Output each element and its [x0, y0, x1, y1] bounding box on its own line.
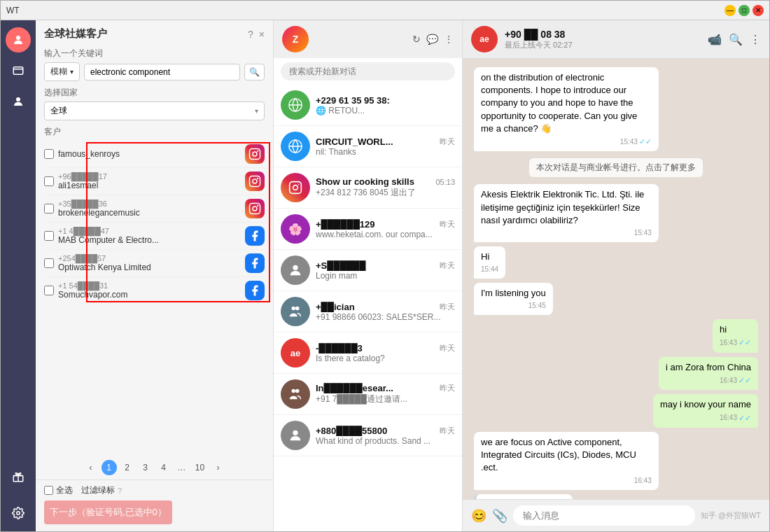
window-controls: — □ ✕ [724, 5, 764, 16]
chat-item-body: +S██████昨天Login mam [316, 260, 455, 281]
client-name: Somuchvapor.com [58, 290, 241, 300]
chat-list-item[interactable]: ae-██████3昨天Is there a catalog? [274, 332, 462, 374]
chat-more-icon[interactable]: ⋮ [750, 33, 761, 46]
next-page-btn[interactable]: › [211, 460, 226, 475]
chat-list-item[interactable]: Show ur cooking skills05:13+234 812 736 … [274, 167, 462, 209]
page-1-btn[interactable]: 1 [102, 460, 117, 475]
chat-item-time: 昨天 [440, 343, 455, 354]
chat-list-item[interactable]: CIRCUIT_WORL...昨天nil: Thanks [274, 126, 462, 167]
select-all-checkbox[interactable] [44, 486, 53, 495]
chat-list-item[interactable]: +██ician昨天+91 98866 06023: SALES*SER... [274, 291, 462, 332]
sidebar-btn-card[interactable] [6, 58, 31, 83]
client-checkbox[interactable] [44, 204, 54, 214]
panel-title: 全球社媒客户 [44, 27, 107, 41]
message-bubble: I'm listening you15:45 [474, 283, 553, 315]
chat-item-preview: +234 812 736 8045 退出了 [316, 187, 455, 199]
sidebar-btn-contacts[interactable] [6, 27, 31, 52]
client-item[interactable]: +254████57Optiwatch Kenya Limited [44, 251, 265, 275]
video-call-icon[interactable]: 📹 [708, 33, 722, 46]
svg-point-22 [293, 265, 298, 270]
page-10-btn[interactable]: 10 [192, 460, 208, 475]
chat-item-time: 昨天 [440, 219, 455, 230]
svg-point-20 [293, 186, 298, 190]
chat-input-bar: 😊 📎 知乎 @外贸狼WT [463, 499, 769, 531]
client-info: +96█████17ali1esmael [58, 172, 241, 190]
client-checkbox[interactable] [44, 286, 54, 295]
search-input[interactable] [84, 64, 240, 80]
chat-list-header: Z ↻ 💬 ⋮ [274, 20, 462, 58]
chat-item-name: +██████129 [316, 219, 375, 230]
chat-item-name: CIRCUIT_WORL... [316, 136, 393, 147]
client-phone: +254████57 [58, 254, 241, 262]
msg-prefix: 您 [482, 498, 566, 499]
svg-point-5 [17, 512, 20, 515]
refresh-icon[interactable]: ↻ [412, 34, 421, 45]
client-checkbox[interactable] [44, 231, 54, 241]
close-panel-icon[interactable]: × [259, 29, 265, 40]
country-select[interactable]: 全球 [44, 102, 265, 120]
chat-item-avatar [281, 90, 310, 120]
help-icon[interactable]: ? [248, 29, 253, 40]
chat-list-item[interactable]: +880████55800昨天What kind of products. Sa… [274, 415, 462, 456]
message-row: 您may i know your nameAdigüzelIs there a … [474, 494, 758, 499]
left-panel: 全球社媒客户 ? × 输入一个关键词 模糊 🔍 选择国家 [36, 20, 274, 531]
chat-item-avatar [281, 132, 310, 161]
page-4-btn[interactable]: 4 [156, 460, 172, 475]
client-item[interactable]: +1 54████31Somuchvapor.com [44, 279, 265, 302]
fuzzy-select[interactable]: 模糊 [44, 62, 80, 81]
main-window: WT — □ ✕ [0, 0, 770, 532]
chat-item-avatar: ae [281, 338, 310, 368]
search-chat-icon[interactable]: 🔍 [729, 33, 743, 46]
sidebar-btn-user[interactable] [6, 89, 31, 114]
more-icon[interactable]: ⋮ [444, 34, 454, 45]
client-item[interactable]: +96█████17ali1esmael [44, 169, 265, 193]
svg-point-11 [257, 178, 258, 179]
chat-item-body: +880████55800昨天What kind of products. Sa… [316, 426, 455, 446]
facebook-icon [245, 253, 265, 273]
chat-list-item[interactable]: +229 61 35 95 38:🌐 RETOU... [274, 85, 462, 126]
page-2-btn[interactable]: 2 [120, 460, 135, 475]
close-button[interactable]: ✕ [752, 5, 764, 16]
clients-label: 客户 [44, 126, 265, 138]
prev-page-btn[interactable]: ‹ [83, 460, 99, 475]
chat-item-avatar [281, 379, 310, 409]
message-row: hi16:43 ✓✓ [474, 319, 758, 353]
maximize-button[interactable]: □ [738, 5, 750, 16]
client-checkbox[interactable] [44, 176, 54, 186]
message-time: 16:43 ✓✓ [720, 337, 751, 348]
client-item[interactable]: +35█████36brokenelegancemusic [44, 197, 265, 220]
emoji-icon[interactable]: 😊 [471, 508, 486, 524]
message-text: Akesis Elektrik Elektronik Tic. Ltd. Şti… [481, 189, 644, 225]
search-button[interactable]: 🔍 [244, 64, 265, 80]
filter-help-icon[interactable]: ? [118, 486, 122, 495]
next-step-button[interactable]: 下一步（验证号码,已选中0） [44, 500, 172, 524]
svg-point-8 [257, 150, 258, 152]
chat-item-body: -██████3昨天Is there a catalog? [316, 343, 455, 363]
chat-list-item[interactable]: 🌸+██████129昨天www.heketai.com. our compa.… [274, 209, 462, 250]
chat-item-time: 昨天 [440, 426, 455, 436]
chat-icon[interactable]: 💬 [426, 34, 438, 45]
client-item[interactable]: famous_kenroys [44, 142, 265, 166]
facebook-icon [245, 281, 265, 300]
client-info: +254████57Optiwatch Kenya Limited [58, 254, 241, 272]
sidebar-btn-settings[interactable] [6, 500, 31, 526]
sidebar-btn-gift[interactable] [6, 464, 31, 489]
chat-list-item[interactable]: +S██████昨天Login mam [274, 250, 462, 291]
message-bubble: hi16:43 ✓✓ [713, 319, 758, 353]
chat-list-item[interactable]: In██████esear...昨天+91 7█████通过邀请... [274, 374, 462, 415]
client-name: brokenelegancemusic [58, 208, 241, 218]
message-input[interactable] [513, 505, 695, 526]
page-3-btn[interactable]: 3 [138, 460, 153, 475]
main-content: 全球社媒客户 ? × 输入一个关键词 模糊 🔍 选择国家 [1, 20, 769, 531]
select-all-label: 全选 [56, 484, 73, 496]
client-checkbox[interactable] [44, 149, 54, 159]
attach-icon[interactable]: 📎 [492, 508, 507, 524]
message-bubble: may i know your name16:43 ✓✓ [653, 394, 758, 428]
client-checkbox[interactable] [44, 258, 54, 268]
minimize-button[interactable]: — [724, 5, 736, 16]
chat-search-input[interactable] [281, 62, 455, 80]
client-item[interactable]: +1 4█████47MAB Computer & Electro... [44, 224, 265, 248]
filter-btn[interactable]: 过滤绿标 ? [81, 484, 122, 496]
select-all-check[interactable]: 全选 [44, 484, 73, 496]
message-text: Hi [481, 251, 489, 262]
